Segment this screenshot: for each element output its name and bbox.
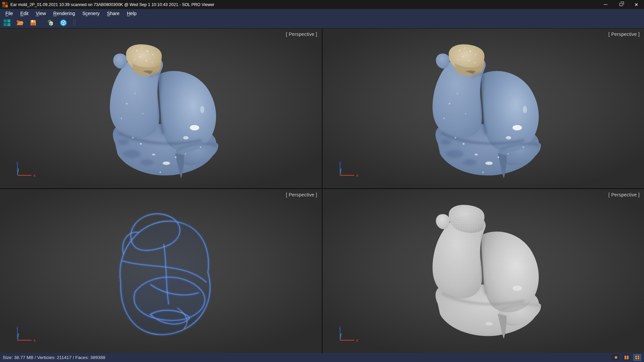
menubar: File Edit View Rendering Scenery Share H… (0, 9, 644, 17)
projection-label: [ Perspective ] (286, 32, 317, 37)
viewport-layout-switcher (612, 354, 641, 361)
sol-pro-viewer-window: Ear mold_2P_01.09.2021 10:39 scanned on … (0, 0, 644, 362)
svg-text:x: x (356, 173, 358, 177)
viewport-grid: [ Perspective ] (0, 28, 644, 353)
axis-gizmo: z x (335, 326, 362, 345)
viewport-bottom-right[interactable]: [ Perspective ] z x (323, 189, 644, 353)
window-title: Ear mold_2P_01.09.2021 10:39 scanned on … (10, 2, 214, 7)
export-3d-model-button[interactable] (46, 19, 54, 27)
close-icon: ✕ (634, 2, 638, 7)
projection-label: [ Perspective ] (286, 192, 317, 197)
cube-export-icon (47, 19, 54, 26)
model-info-text: Size: 38.77 MB / Verticies: 211417 / Fac… (3, 355, 105, 360)
publish-online-button[interactable] (59, 19, 67, 27)
app-logo-icon (2, 2, 8, 7)
window-controls: ✕ (598, 0, 644, 9)
single-view-button[interactable] (612, 354, 620, 361)
titlebar: Ear mold_2P_01.09.2021 10:39 scanned on … (0, 0, 644, 9)
menu-scenery[interactable]: Scenery (78, 10, 103, 17)
quad-grid-icon (4, 19, 10, 26)
menu-share[interactable]: Share (103, 10, 123, 17)
menu-help[interactable]: Help (123, 10, 140, 17)
minimize-icon (604, 4, 607, 5)
open-folder-icon (16, 20, 24, 26)
axis-gizmo: z x (335, 161, 362, 180)
open-file-button[interactable] (16, 19, 24, 27)
svg-text:z: z (339, 325, 341, 329)
svg-text:x: x (356, 338, 358, 342)
save-file-button[interactable] (29, 19, 37, 27)
projection-label: [ Perspective ] (608, 32, 640, 37)
svg-text:x: x (34, 338, 36, 342)
restore-button[interactable] (613, 0, 629, 9)
ear-mold-textured-model[interactable] (423, 43, 543, 181)
quad-view-icon (635, 356, 640, 360)
ear-mold-textured-model[interactable] (100, 43, 221, 181)
dual-view-button[interactable] (623, 354, 630, 361)
ear-mold-xray-model[interactable] (100, 204, 221, 341)
dual-view-icon (625, 356, 629, 359)
quad-view-button[interactable] (634, 354, 641, 361)
projection-label: [ Perspective ] (608, 192, 640, 197)
menu-view[interactable]: View (32, 10, 50, 17)
axis-gizmo: z x (12, 326, 39, 345)
minimize-button[interactable] (598, 0, 613, 9)
viewport-top-right[interactable]: [ Perspective ] z x (323, 28, 644, 188)
toolbar-grip-handle[interactable] (73, 20, 76, 26)
svg-text:z: z (16, 325, 18, 329)
axis-gizmo: z x (12, 161, 39, 180)
ear-mold-gray-mesh-model[interactable] (423, 204, 543, 341)
svg-text:z: z (16, 161, 18, 165)
viewport-layout-button[interactable] (3, 19, 11, 27)
menu-edit[interactable]: Edit (17, 10, 32, 17)
toolbar (0, 17, 644, 28)
viewport-top-left[interactable]: [ Perspective ] (0, 28, 322, 188)
menu-rendering[interactable]: Rendering (50, 10, 79, 17)
close-button[interactable]: ✕ (629, 0, 644, 9)
save-floppy-icon (30, 20, 36, 26)
svg-text:x: x (34, 173, 36, 177)
restore-icon (620, 3, 623, 6)
statusbar: Size: 38.77 MB / Verticies: 211417 / Fac… (0, 353, 644, 362)
single-view-icon (615, 356, 617, 359)
menu-file[interactable]: File (2, 10, 17, 17)
viewport-bottom-left[interactable]: [ Perspective ] (0, 189, 322, 353)
publish-globe-cube-icon (60, 19, 67, 26)
svg-text:z: z (339, 161, 341, 165)
